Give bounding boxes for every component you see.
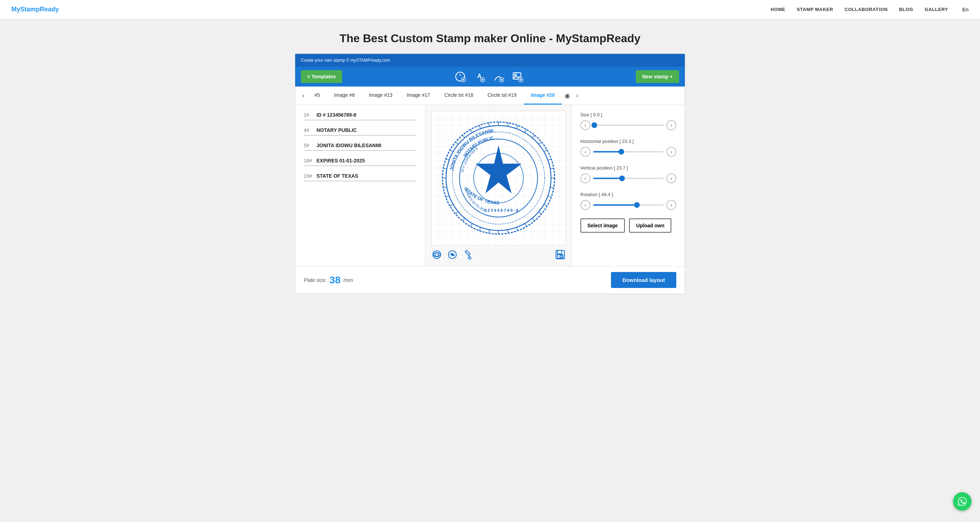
tab-image-20[interactable]: Image #20 [524,87,562,105]
plate-size-label: Plate size: [304,277,327,283]
plate-size-unit: /mm [344,277,353,283]
svg-line-49 [471,224,472,227]
nav-lang[interactable]: En [962,7,969,13]
slider-horizontal-label: Horizontal position [ 23.3 ] [581,139,677,144]
nav-blog[interactable]: BLOG [899,7,913,12]
nav-home[interactable]: HOME [771,7,786,12]
page-title: The Best Custom Stamp maker Online - MyS… [0,32,980,45]
upload-own-button[interactable]: Upload own [629,219,671,233]
svg-line-50 [462,218,465,221]
slider-horizontal-dec[interactable]: ‹ [581,147,590,157]
top-bar-text: Create your own stamp © mySTAMPready.com [301,58,390,63]
field-value-18[interactable]: EXPIRES 01-01-2025 [317,158,365,163]
slider-horizontal-track[interactable] [593,151,664,152]
select-image-button[interactable]: Select image [581,219,625,233]
svg-line-45 [508,230,508,233]
svg-line-58 [450,150,453,152]
slider-rotation: Rotation [ 49.4 ] ‹ › [581,192,677,210]
svg-line-63 [488,123,489,126]
stamp-svg-wrapper: /* ticks generated inline below */ [431,111,566,245]
svg-line-53 [445,196,449,197]
toolbar-icons: A A [454,70,524,83]
svg-point-68 [451,254,453,256]
tab-prev-arrow[interactable]: ‹ [299,87,307,103]
content-area: 1# ID # 123456789-8 4# NOTARY PUBLIC 5# … [295,105,685,266]
slider-vertical: Vertical position [ 23.7 ] ‹ › [581,165,677,183]
svg-line-59 [455,142,458,144]
svg-line-48 [479,227,480,230]
svg-line-51 [455,212,458,214]
slider-horizontal-inc[interactable]: › [667,147,676,157]
nav-links: HOME STAMP MAKER COLLABORATION BLOG GALL… [771,7,948,12]
field-row-5: 5# JONITA IDOWU BILESANMI [304,143,417,151]
field-row-4: 4# NOTARY PUBLIC [304,127,417,135]
svg-line-47 [488,230,489,233]
right-panel: Size [ 0.0 ] ‹ › Horizontal position [ 2… [572,105,685,266]
field-num-18: 18# [304,158,313,163]
templates-button[interactable]: < Templates [301,70,342,83]
slider-vertical-dec[interactable]: ‹ [581,173,590,183]
tab-close-button[interactable]: ◉ [562,92,573,100]
tab-circle-19[interactable]: Circle txt #19 [480,87,524,105]
slider-size-label: Size [ 0.0 ] [581,112,677,117]
svg-line-30 [516,125,517,129]
nav-collaboration[interactable]: COLLABORATION [845,7,888,12]
save-button[interactable] [555,249,566,260]
svg-line-42 [532,218,535,221]
svg-point-72 [560,255,562,257]
slider-size-dec[interactable]: ‹ [581,120,590,130]
image-buttons: Select image Upload own [581,219,677,233]
tab-image-13[interactable]: Image #13 [362,87,399,105]
svg-marker-27 [476,146,521,193]
field-value-1[interactable]: ID # 123456789-8 [317,112,356,118]
slider-rotation-dec[interactable]: ‹ [581,200,590,210]
add-circle-text-icon[interactable]: A [454,70,466,83]
tab-5[interactable]: #5 [307,87,327,105]
tab-image-6[interactable]: Image #6 [327,87,362,105]
field-value-4[interactable]: NOTARY PUBLIC [317,127,356,133]
svg-line-29 [508,123,508,126]
field-num-5: 5# [304,143,313,148]
tab-next-arrow[interactable]: › [573,87,581,103]
svg-line-32 [532,135,535,138]
field-row-19: 19# STATE OF TEXAS [304,173,417,181]
stamp-canvas[interactable]: /* ticks generated inline below */ [431,111,566,245]
field-value-19[interactable]: STATE OF TEXAS [317,173,358,179]
svg-rect-70 [557,251,562,254]
slider-vertical-track[interactable] [593,178,664,179]
navbar: MyStampReady HOME STAMP MAKER COLLABORAT… [0,0,980,19]
svg-line-54 [443,187,447,188]
svg-line-36 [550,168,554,169]
show-hide-button[interactable] [431,249,442,260]
left-panel: 1# ID # 123456789-8 4# NOTARY PUBLIC 5# … [295,105,425,266]
slider-rotation-inc[interactable]: › [667,200,676,210]
tab-image-17[interactable]: Image #17 [399,87,437,105]
tabs-bar: ‹ #5 Image #6 Image #13 Image #17 Circle… [295,87,685,105]
nav-brand[interactable]: MyStampReady [11,6,59,13]
svg-line-62 [479,125,480,129]
download-layout-button[interactable]: Download layout [611,272,676,288]
effects-button[interactable] [447,249,458,260]
slider-size-inc[interactable]: › [667,120,676,130]
fill-button[interactable] [462,249,474,260]
add-image-icon[interactable] [511,70,524,83]
add-arc-icon[interactable] [492,70,505,83]
nav-gallery[interactable]: GALLERY [925,7,948,12]
field-num-19: 19# [304,173,313,179]
tab-circle-18[interactable]: Circle txt #18 [437,87,480,105]
field-row-1: 1# ID # 123456789-8 [304,112,417,120]
nav-stamp-maker[interactable]: STAMP MAKER [797,7,833,12]
add-text-icon[interactable]: A [473,70,486,83]
slider-size-track[interactable] [593,124,664,126]
new-stamp-button[interactable]: New stamp + [636,70,679,83]
slider-vertical-inc[interactable]: › [667,173,676,183]
svg-line-56 [443,168,447,169]
slider-vertical-label: Vertical position [ 23.7 ] [581,165,677,171]
field-num-4: 4# [304,127,313,133]
svg-line-39 [548,196,551,197]
field-value-5[interactable]: JONITA IDOWU BILESANMI [317,143,382,148]
slider-size: Size [ 0.0 ] ‹ › [581,112,677,130]
svg-text:A: A [459,73,461,76]
svg-point-66 [435,253,439,256]
slider-rotation-track[interactable] [593,204,664,206]
